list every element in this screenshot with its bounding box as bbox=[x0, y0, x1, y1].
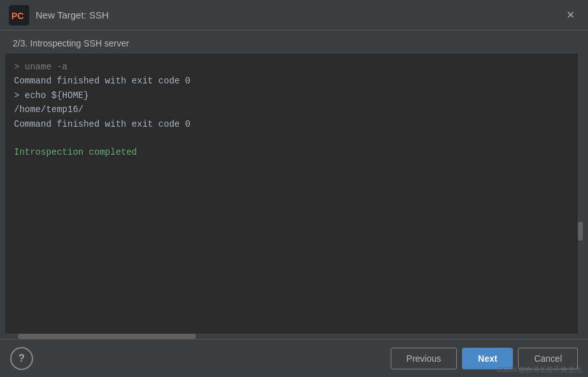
horizontal-scrollbar[interactable] bbox=[5, 334, 583, 339]
close-button[interactable]: ✕ bbox=[561, 6, 579, 24]
terminal-line-empty bbox=[14, 131, 574, 145]
title-bar: PC New Target: SSH ✕ bbox=[0, 0, 588, 31]
terminal-line: > uname -a bbox=[14, 60, 574, 74]
app-icon: PC bbox=[9, 5, 29, 25]
help-button[interactable]: ? bbox=[10, 347, 33, 370]
terminal-line: Command finished with exit code 0 bbox=[14, 117, 574, 131]
scrollbar-track[interactable] bbox=[578, 53, 583, 334]
dialog-title: New Target: SSH bbox=[36, 10, 561, 20]
terminal-area: > uname -a Command finished with exit co… bbox=[5, 53, 583, 334]
terminal-line: Command finished with exit code 0 bbox=[14, 74, 574, 88]
h-scrollbar-thumb[interactable] bbox=[18, 334, 196, 339]
watermark: CSDN @白马长枪不快也光 bbox=[497, 365, 582, 374]
terminal-line-completion: Introspection completed bbox=[14, 145, 574, 159]
terminal-line: > echo ${HOME} bbox=[14, 89, 574, 103]
scrollbar-thumb[interactable] bbox=[578, 222, 583, 241]
svg-text:PC: PC bbox=[11, 11, 24, 21]
dialog-window: PC New Target: SSH ✕ 2/3. Introspecting … bbox=[0, 0, 588, 377]
terminal-content: > uname -a Command finished with exit co… bbox=[5, 53, 583, 334]
previous-button[interactable]: Previous bbox=[391, 348, 457, 369]
step-header: 2/3. Introspecting SSH server bbox=[0, 31, 588, 53]
terminal-line: /home/temp16/ bbox=[14, 103, 574, 117]
